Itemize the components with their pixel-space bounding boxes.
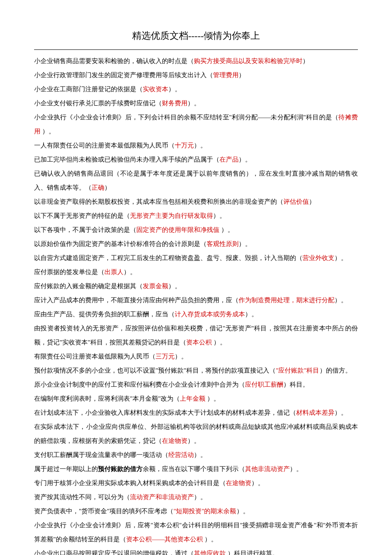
question-text: ）科目进行核算。 bbox=[226, 550, 279, 555]
question-text: ）。 bbox=[236, 508, 249, 515]
answer-text: 上年金额 bbox=[180, 395, 205, 402]
qa-line: 应付账款的入账金额的确定是根据其（发票金额）。 bbox=[34, 279, 358, 293]
question-text: ）。 bbox=[219, 226, 234, 233]
qa-line: 由投资者投资转入的无形资产，应按照评估价值和相关税费，借记"无形资产"科目，按照… bbox=[34, 321, 358, 350]
qa-line: 小企业执行《小企业会计准则》后，应将"资本公积"会计科目的明细科目"接受捐赠非现… bbox=[34, 518, 358, 546]
qa-line: 以原始价值作为固定资产的基本计价标准符合的会计原则是（客观性原则）。 bbox=[34, 237, 358, 251]
question-text: 专门用于核算小企业采用实际成本购入材料采购成本的会计科目是（ bbox=[34, 480, 226, 486]
question-text: 在计划成本法下，小企业验收入库材料发生的实际成本大于计划成本的材料成本差异，借记… bbox=[34, 409, 296, 416]
qa-line: 小企业出口商品按照规定应予以退回的增值税款，通过（其他应收款 ）科目进行核算。 bbox=[34, 546, 358, 555]
qa-line: 应由生产产品、提供劳务负担的职工薪酬，应当（计入存货成本或劳务成本）。 bbox=[34, 307, 358, 321]
answer-text: 客观性原则 bbox=[207, 240, 239, 247]
question-text: 应由生产产品、提供劳务负担的职工薪酬，应当（ bbox=[34, 311, 175, 318]
question-text: 资产负债表中，"货币资金"项目的填列不应考虑（ bbox=[34, 508, 173, 515]
answer-text: 在途物资 bbox=[162, 437, 187, 444]
question-text: 小企业支付银行承兑汇票的手续费时应借记（ bbox=[34, 100, 162, 107]
question-text: ）。 bbox=[203, 536, 217, 543]
qa-line: 小企业销售商品需要安装和检验的，确认收入的时点是（购买方接受商品以及安装和检验完… bbox=[34, 54, 358, 68]
question-text: 小企业在工商部门注册登记的依据是（ bbox=[34, 86, 143, 92]
answer-text: 应付职工薪酬 bbox=[245, 381, 283, 388]
question-text: 预付账款的借方 bbox=[98, 465, 143, 472]
question-text: ）。 bbox=[187, 437, 200, 444]
question-text: 在编制年度利润表时，应将利润表"本月金额"改为（ bbox=[34, 395, 180, 402]
qa-line: 在实际成本法下，小企业应向供应单位、外部运输机构等收回的材料或商品短缺或其他应冲… bbox=[34, 420, 358, 448]
question-text: 余额，应当在以下哪个项目下列示（ bbox=[143, 465, 245, 472]
qa-line: 应付票据的签发单位是（出票人）。 bbox=[34, 265, 358, 279]
question-text: 以原始价值作为固定资产的基本计价标准符合的会计原则是（ bbox=[34, 240, 207, 247]
answer-text: 流动资产和非流动资产 bbox=[130, 494, 194, 500]
question-text: ）。 bbox=[239, 156, 251, 163]
qa-line: 有限责任公司注册资本最低限额为人民币（三万元）。 bbox=[34, 350, 358, 364]
answer-text: 财务费用 bbox=[162, 100, 187, 107]
question-text: 小企业行政管理部门发生的固定资产修理费用等后续支出计入（ bbox=[34, 72, 213, 78]
question-text: 已加工完毕但尚未检验或已检验但尚未办理入库手续的产品属于（ bbox=[34, 156, 219, 163]
question-text: ）。 bbox=[205, 395, 220, 402]
qa-line: 一人有限责任公司的注册资本最低限额为人民币（十万元）。 bbox=[34, 139, 358, 153]
question-text: ）。 bbox=[187, 100, 200, 107]
question-text: 资产按其流动性不同，可以分为（ bbox=[34, 494, 130, 500]
question-text: ）。 bbox=[194, 142, 207, 149]
question-text: ）。 bbox=[168, 86, 181, 92]
answer-text: 十万元 bbox=[175, 142, 194, 149]
question-text: ） bbox=[309, 198, 315, 205]
document-body: 小企业销售商品需要安装和检验的，确认收入的时点是（购买方接受商品以及安装和检验完… bbox=[34, 54, 358, 555]
question-text: ）。 bbox=[334, 297, 347, 304]
qa-line: 以下各项中，不属于会计政策的是（固定资产的使用年限和净残值 ）。 bbox=[34, 223, 358, 237]
answer-text: 出票人 bbox=[104, 269, 124, 275]
answer-text: 作为制造费用处理，期末进行分配 bbox=[239, 297, 334, 304]
page-header: 精选优质文档-----倾情为你奉上 bbox=[34, 26, 358, 46]
question-text: 应计入产品成本的费用中，不能直接分清应由何种产品负担的费用，应（ bbox=[34, 297, 239, 304]
question-text: ）。 bbox=[212, 339, 226, 346]
answer-text: 评估价值 bbox=[283, 198, 309, 205]
question-text: ）。 bbox=[239, 240, 251, 247]
answer-text: 管理费用 bbox=[213, 72, 239, 78]
question-text: 属于超过一年期以上的 bbox=[34, 465, 98, 472]
question-text: 预付款项情况不多的小企业，也可以不设置"预付账款"科目，将预付的款项直接记入（ bbox=[34, 367, 276, 374]
question-text: ） bbox=[303, 58, 309, 64]
qa-line: 小企业支付银行承兑汇票的手续费时应借记（财务费用）。 bbox=[34, 96, 358, 110]
question-text: 支付职工薪酬属于现金流量表中的哪一项活动（ bbox=[34, 451, 168, 458]
answer-text: 其他非流动资产 bbox=[245, 465, 290, 472]
question-text: 小企业执行《小企业会计准则》后，下列会计科目的余额不应结转至"利润分配——未分配… bbox=[34, 114, 338, 121]
qa-line: 预付款项情况不多的小企业，也可以不设置"预付账款"科目，将预付的款项直接记入（"… bbox=[34, 364, 358, 378]
answer-text: 经营活动 bbox=[168, 451, 194, 458]
qa-line: 在计划成本法下，小企业验收入库材料发生的实际成本大于计划成本的材料成本差异，借记… bbox=[34, 406, 358, 420]
answer-text: 资本公积 bbox=[186, 339, 212, 346]
question-text: 应付票据的签发单位是（ bbox=[34, 269, 104, 275]
question-text: ）。 bbox=[251, 480, 264, 486]
question-text: 小企业出口商品按照规定应予以退回的增值税款，通过（ bbox=[34, 550, 194, 555]
question-text: ）。 bbox=[334, 254, 347, 261]
question-text: ） bbox=[104, 184, 111, 191]
question-text: ）。 bbox=[194, 451, 207, 458]
question-text: 应付账款的入账金额的确定是根据其（ bbox=[34, 283, 143, 289]
answer-text: 营业外收支 bbox=[303, 254, 334, 261]
answer-text: 固定资产的使用年限和净残值 bbox=[136, 226, 219, 233]
question-text: ）。 bbox=[194, 494, 207, 500]
question-text: 原小企业会计制度中的应付工资和应付福利费在小企业会计准则中合并为（ bbox=[34, 381, 245, 388]
answer-text: 在途物资 bbox=[226, 480, 251, 486]
question-text: 以非现金资产取得的长期股权投资，其成本应当包括相关税费和所换出的非现金资产的（ bbox=[34, 198, 283, 205]
qa-line: 小企业在工商部门注册登记的依据是（实收资本）。 bbox=[34, 82, 358, 96]
answer-text: 其他应收款 bbox=[194, 550, 226, 555]
qa-line: 资产按其流动性不同，可以分为（流动资产和非流动资产）。 bbox=[34, 490, 358, 504]
answer-text: 材料成本差异 bbox=[296, 409, 334, 416]
qa-line: 支付职工薪酬属于现金流量表中的哪一项活动（经营活动）。 bbox=[34, 448, 358, 462]
question-text: 以自营方式建造固定资产，工程完工后发生的工程物资盘盈、盘亏、报废、毁损，计入当期… bbox=[34, 254, 303, 261]
qa-line: 小企业行政管理部门发生的固定资产修理费用等后续支出计入（管理费用） bbox=[34, 68, 358, 82]
question-text: 以下各项中，不属于会计政策的是（ bbox=[34, 226, 136, 233]
qa-line: 以非现金资产取得的长期股权投资，其成本应当包括相关税费和所换出的非现金资产的（评… bbox=[34, 195, 358, 209]
question-text: ） bbox=[239, 72, 245, 78]
qa-line: 已加工完毕但尚未检验或已检验但尚未办理入库手续的产品属于（在产品）。 bbox=[34, 153, 358, 167]
answer-text: "短期投资"的期末余额 bbox=[173, 508, 236, 515]
qa-line: 原小企业会计制度中的应付工资和应付福利费在小企业会计准则中合并为（应付职工薪酬）… bbox=[34, 378, 358, 392]
answer-text: "应付账款"科目 bbox=[276, 367, 319, 374]
question-text: 小企业销售商品需要安装和检验的，确认收入的时点是（ bbox=[34, 58, 194, 64]
question-text: 一人有限责任公司的注册资本最低限额为人民币（ bbox=[34, 142, 175, 149]
qa-line: 属于超过一年期以上的预付账款的借方余额，应当在以下哪个项目下列示（其他非流动资产… bbox=[34, 462, 358, 476]
answer-text: 在产品 bbox=[219, 156, 239, 163]
header-divider bbox=[34, 49, 358, 50]
answer-text: 正确 bbox=[92, 184, 104, 191]
question-text: ）。 bbox=[168, 283, 181, 289]
answer-text: 实收资本 bbox=[143, 86, 168, 92]
answer-text: 购买方接受商品以及安装和检验完毕时 bbox=[194, 58, 303, 64]
